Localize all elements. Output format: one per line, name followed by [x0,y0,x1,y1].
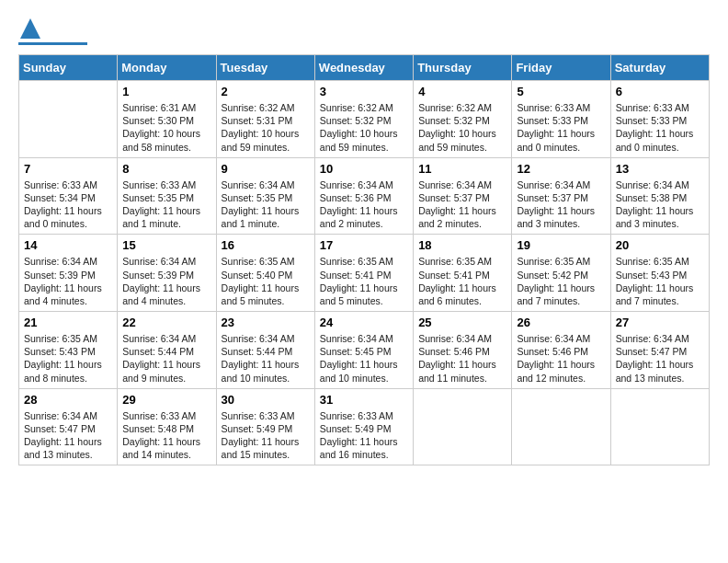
calendar-cell: 6Sunrise: 6:33 AM Sunset: 5:33 PM Daylig… [610,81,709,158]
calendar-header-thursday: Thursday [414,55,512,81]
day-content: Sunrise: 6:33 AM Sunset: 5:33 PM Dayligh… [517,101,605,154]
day-content: Sunrise: 6:32 AM Sunset: 5:31 PM Dayligh… [222,101,310,154]
day-content: Sunrise: 6:34 AM Sunset: 5:35 PM Dayligh… [222,178,310,231]
calendar-cell: 22Sunrise: 6:34 AM Sunset: 5:44 PM Dayli… [118,312,216,389]
calendar-week-1: 1Sunrise: 6:31 AM Sunset: 5:30 PM Daylig… [19,81,710,158]
logo-icon [20,18,40,39]
day-number: 20 [616,238,704,252]
calendar-cell: 7Sunrise: 6:33 AM Sunset: 5:34 PM Daylig… [19,157,118,235]
day-content: Sunrise: 6:32 AM Sunset: 5:32 PM Dayligh… [418,101,506,154]
day-content: Sunrise: 6:35 AM Sunset: 5:43 PM Dayligh… [616,255,704,307]
day-number: 13 [616,162,704,176]
calendar-cell: 14Sunrise: 6:34 AM Sunset: 5:39 PM Dayli… [19,235,118,312]
calendar-cell: 9Sunrise: 6:34 AM Sunset: 5:35 PM Daylig… [216,157,314,235]
day-content: Sunrise: 6:31 AM Sunset: 5:30 PM Dayligh… [122,101,210,154]
day-content: Sunrise: 6:33 AM Sunset: 5:48 PM Dayligh… [122,409,210,462]
day-number: 10 [320,162,408,176]
calendar-header-monday: Monday [118,55,216,81]
day-number: 4 [418,85,506,98]
day-number: 18 [418,238,506,252]
day-content: Sunrise: 6:35 AM Sunset: 5:41 PM Dayligh… [320,255,408,307]
day-number: 11 [418,162,506,176]
day-number: 3 [320,85,408,98]
calendar-cell: 3Sunrise: 6:32 AM Sunset: 5:32 PM Daylig… [314,81,413,158]
day-content: Sunrise: 6:35 AM Sunset: 5:40 PM Dayligh… [222,255,310,307]
day-number: 28 [24,393,112,407]
calendar-week-3: 14Sunrise: 6:34 AM Sunset: 5:39 PM Dayli… [19,235,710,312]
day-content: Sunrise: 6:34 AM Sunset: 5:38 PM Dayligh… [616,178,704,231]
calendar-cell [610,388,709,465]
page-header [18,18,710,45]
calendar-cell: 8Sunrise: 6:33 AM Sunset: 5:35 PM Daylig… [118,157,216,235]
day-number: 29 [122,393,210,407]
day-content: Sunrise: 6:34 AM Sunset: 5:44 PM Dayligh… [222,332,310,385]
day-number: 17 [320,238,408,252]
calendar-cell: 30Sunrise: 6:33 AM Sunset: 5:49 PM Dayli… [216,388,314,465]
day-number: 23 [222,316,310,329]
day-number: 26 [517,316,605,329]
calendar-cell: 10Sunrise: 6:34 AM Sunset: 5:36 PM Dayli… [314,157,413,235]
day-content: Sunrise: 6:33 AM Sunset: 5:35 PM Dayligh… [122,178,210,231]
logo-line [18,42,87,45]
calendar-cell: 15Sunrise: 6:34 AM Sunset: 5:39 PM Dayli… [118,235,216,312]
day-number: 6 [616,85,704,98]
day-number: 9 [222,162,310,176]
day-content: Sunrise: 6:33 AM Sunset: 5:33 PM Dayligh… [616,101,704,154]
day-number: 25 [418,316,506,329]
day-number: 2 [222,85,310,98]
day-number: 12 [517,162,605,176]
day-number: 5 [517,85,605,98]
day-number: 21 [24,316,112,329]
day-number: 15 [122,238,210,252]
calendar-cell: 21Sunrise: 6:35 AM Sunset: 5:43 PM Dayli… [19,312,118,389]
calendar-header-saturday: Saturday [610,55,709,81]
day-content: Sunrise: 6:34 AM Sunset: 5:44 PM Dayligh… [122,332,210,385]
calendar-header-row: SundayMondayTuesdayWednesdayThursdayFrid… [19,55,710,81]
calendar-cell: 31Sunrise: 6:33 AM Sunset: 5:49 PM Dayli… [314,388,413,465]
day-content: Sunrise: 6:34 AM Sunset: 5:37 PM Dayligh… [517,178,605,231]
day-content: Sunrise: 6:35 AM Sunset: 5:42 PM Dayligh… [517,255,605,307]
day-content: Sunrise: 6:34 AM Sunset: 5:37 PM Dayligh… [418,178,506,231]
svg-marker-0 [20,18,40,39]
calendar-cell: 28Sunrise: 6:34 AM Sunset: 5:47 PM Dayli… [19,388,118,465]
calendar-cell [19,81,118,158]
day-content: Sunrise: 6:33 AM Sunset: 5:49 PM Dayligh… [222,409,310,462]
day-content: Sunrise: 6:35 AM Sunset: 5:43 PM Dayligh… [24,332,112,385]
calendar-cell: 25Sunrise: 6:34 AM Sunset: 5:46 PM Dayli… [414,312,512,389]
day-number: 7 [24,162,112,176]
calendar-week-2: 7Sunrise: 6:33 AM Sunset: 5:34 PM Daylig… [19,157,710,235]
calendar-cell: 17Sunrise: 6:35 AM Sunset: 5:41 PM Dayli… [314,235,413,312]
calendar-cell: 5Sunrise: 6:33 AM Sunset: 5:33 PM Daylig… [512,81,610,158]
day-content: Sunrise: 6:34 AM Sunset: 5:46 PM Dayligh… [418,332,506,385]
day-number: 1 [122,85,210,98]
day-number: 19 [517,238,605,252]
day-content: Sunrise: 6:34 AM Sunset: 5:47 PM Dayligh… [616,332,704,385]
calendar-cell: 16Sunrise: 6:35 AM Sunset: 5:40 PM Dayli… [216,235,314,312]
calendar-cell: 29Sunrise: 6:33 AM Sunset: 5:48 PM Dayli… [118,388,216,465]
calendar-week-4: 21Sunrise: 6:35 AM Sunset: 5:43 PM Dayli… [19,312,710,389]
calendar-cell: 18Sunrise: 6:35 AM Sunset: 5:41 PM Dayli… [414,235,512,312]
day-content: Sunrise: 6:33 AM Sunset: 5:49 PM Dayligh… [320,409,408,462]
day-number: 27 [616,316,704,329]
logo [18,18,87,45]
day-number: 8 [122,162,210,176]
calendar-cell: 23Sunrise: 6:34 AM Sunset: 5:44 PM Dayli… [216,312,314,389]
day-number: 16 [222,238,310,252]
calendar-cell: 4Sunrise: 6:32 AM Sunset: 5:32 PM Daylig… [414,81,512,158]
calendar-header-wednesday: Wednesday [314,55,413,81]
day-number: 24 [320,316,408,329]
day-content: Sunrise: 6:34 AM Sunset: 5:39 PM Dayligh… [24,255,112,307]
day-content: Sunrise: 6:34 AM Sunset: 5:39 PM Dayligh… [122,255,210,307]
day-content: Sunrise: 6:34 AM Sunset: 5:46 PM Dayligh… [517,332,605,385]
calendar-cell: 12Sunrise: 6:34 AM Sunset: 5:37 PM Dayli… [512,157,610,235]
calendar-cell: 1Sunrise: 6:31 AM Sunset: 5:30 PM Daylig… [118,81,216,158]
day-number: 31 [320,393,408,407]
day-content: Sunrise: 6:34 AM Sunset: 5:47 PM Dayligh… [24,409,112,462]
calendar-cell: 27Sunrise: 6:34 AM Sunset: 5:47 PM Dayli… [610,312,709,389]
calendar-table: SundayMondayTuesdayWednesdayThursdayFrid… [18,54,710,465]
calendar-cell: 26Sunrise: 6:34 AM Sunset: 5:46 PM Dayli… [512,312,610,389]
calendar-header-tuesday: Tuesday [216,55,314,81]
calendar-cell: 24Sunrise: 6:34 AM Sunset: 5:45 PM Dayli… [314,312,413,389]
day-content: Sunrise: 6:35 AM Sunset: 5:41 PM Dayligh… [418,255,506,307]
day-content: Sunrise: 6:33 AM Sunset: 5:34 PM Dayligh… [24,178,112,231]
